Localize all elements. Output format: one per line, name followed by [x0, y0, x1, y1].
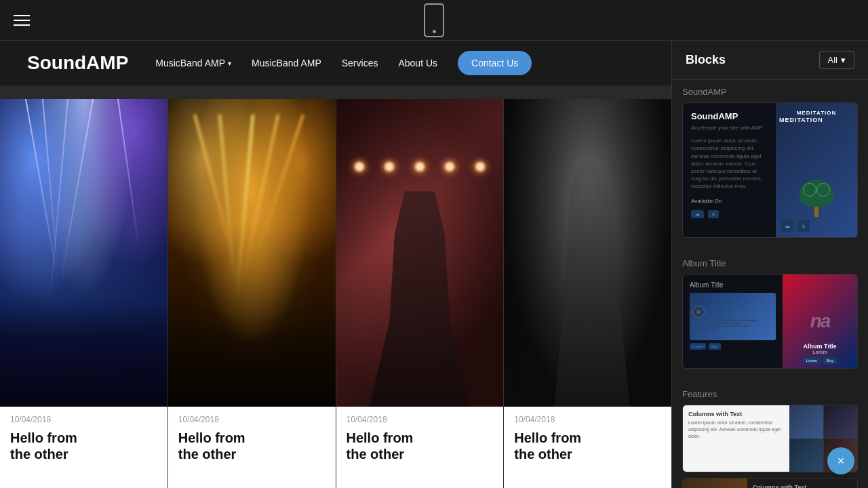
feature-img-3 [789, 439, 823, 472]
main-container: SoundAMP MusicBand AMP ▾ MusicBand AMP S… [0, 41, 868, 488]
panel-title: Blocks [686, 53, 726, 67]
blog-title-1: Hello fromthe other [10, 430, 157, 462]
soundamp-left: SoundAMP Accelerate your site with AMP L… [683, 103, 776, 237]
tree-visual [800, 180, 833, 220]
soundamp-right: MEDITATION ☁ a [776, 103, 857, 237]
nav-about[interactable]: About Us [398, 58, 437, 68]
close-fab-button[interactable]: × [827, 447, 854, 474]
soundamp-tagline: Accelerate your site with AMP [691, 124, 768, 131]
buy-btn[interactable]: Buy [823, 357, 837, 364]
top-bar [0, 0, 868, 41]
amazon-logo: a [708, 210, 719, 218]
all-filter-button[interactable]: All ▾ [819, 51, 854, 69]
blog-image-4 [504, 99, 671, 407]
blog-image-3 [336, 99, 504, 407]
soundamp-available: Available On [691, 197, 768, 205]
blog-card-3[interactable]: 10/04/2018 Hello fromthe other [336, 99, 505, 488]
hamburger-icon[interactable] [14, 15, 30, 26]
album-right: na Album Title Lorem Listen Buy [783, 274, 857, 368]
nav-services[interactable]: Services [342, 58, 378, 68]
contact-button[interactable]: Contact Us [458, 51, 532, 75]
album-buy-btn: Buy [709, 343, 721, 350]
blog-date-4: 10/04/2018 [514, 415, 661, 424]
blog-date-2: 10/04/2018 [178, 415, 326, 424]
album-section: Album Title Album Title [672, 251, 868, 382]
guitar-image-area [683, 479, 747, 488]
features-dark-title: Columns with Text [753, 484, 852, 488]
feature-img-2 [824, 405, 858, 439]
album-listen-btn: Listen [690, 343, 706, 350]
feature-img-1 [789, 405, 823, 439]
blog-date-1: 10/04/2018 [10, 415, 157, 424]
blog-title-2: Hello fromthe other [178, 430, 326, 462]
panel-header: Blocks All ▾ [672, 41, 868, 80]
site-header: SoundAMP MusicBand AMP ▾ MusicBand AMP S… [0, 41, 671, 85]
soundamp-body: Lorem ipsum dolor sit amet, consectetur … [691, 137, 768, 190]
soundamp-logos: ☁ a [691, 210, 768, 218]
soundamp-brand: SoundAMP [691, 111, 768, 121]
features-section-label: Features [682, 389, 858, 399]
soundcloud-logo: ☁ [691, 210, 704, 218]
blog-title-3: Hello fromthe other [347, 430, 494, 462]
features-title-1: Columns with Text [688, 411, 784, 418]
hero-band [0, 85, 671, 99]
blog-grid: 10/04/2018 Hello fromthe other 10/04/201… [0, 99, 671, 488]
phone-preview-icon[interactable] [424, 3, 444, 37]
bottom-links: ☁ a [781, 220, 810, 232]
blog-card-4[interactable]: 10/04/2018 Hello fromthe other [504, 99, 671, 488]
site-logo: SoundAMP [27, 52, 128, 74]
blog-image-2 [168, 99, 336, 407]
features-right-dark: Columns with Text Lorem ipsum dolor sit … [747, 479, 857, 488]
website-area: SoundAMP MusicBand AMP ▾ MusicBand AMP S… [0, 41, 671, 488]
album-buttons: Listen Buy [783, 357, 857, 364]
album-title-overlay: Album Title Lorem [783, 343, 857, 354]
album-right-text: na [810, 310, 830, 332]
album-info: Listen Buy [690, 343, 776, 350]
blog-content-2: 10/04/2018 Hello fromthe other [168, 407, 336, 488]
blog-card-1[interactable]: 10/04/2018 Hello fromthe other [0, 99, 168, 488]
soundamp-section: SoundAMP SoundAMP Accelerate your site w… [672, 80, 868, 251]
nav-musicband[interactable]: MusicBand AMP [252, 58, 321, 68]
album-block-card[interactable]: Album Title [682, 274, 858, 369]
features-body-1: Lorem ipsum dolor sit amet, consectetur … [688, 420, 784, 439]
soundamp-section-label: SoundAMP [682, 87, 858, 97]
soundcloud-link: ☁ [781, 220, 793, 232]
blog-content-1: 10/04/2018 Hello fromthe other [0, 407, 167, 488]
blog-image-1 [0, 99, 167, 407]
listen-btn[interactable]: Listen [803, 357, 821, 364]
album-section-label: Album Title [682, 258, 858, 268]
album-image [690, 293, 776, 340]
album-title-label: Album Title [690, 281, 776, 289]
blog-content-3: 10/04/2018 Hello fromthe other [336, 407, 504, 488]
blog-content-4: 10/04/2018 Hello fromthe other [504, 407, 671, 488]
right-panel: Blocks All ▾ SoundAMP SoundAMP Accelerat… [671, 41, 868, 488]
dropdown-arrow-icon: ▾ [841, 55, 846, 65]
blog-card-2[interactable]: 10/04/2018 Hello fromthe other [168, 99, 336, 488]
dropdown-arrow: ▾ [228, 60, 231, 67]
blog-title-4: Hello fromthe other [514, 430, 661, 462]
meditation-label: MEDITATION [779, 110, 854, 116]
site-nav: MusicBand AMP ▾ MusicBand AMP Services A… [155, 51, 644, 75]
features-left-1: Columns with Text Lorem ipsum dolor sit … [683, 405, 789, 472]
soundamp-block-card[interactable]: SoundAMP Accelerate your site with AMP L… [682, 102, 858, 238]
album-left: Album Title [683, 274, 783, 368]
features-block-card-2[interactable]: Columns with Text Lorem ipsum dolor sit … [682, 478, 858, 488]
blog-date-3: 10/04/2018 [347, 415, 494, 424]
amazon-link: a [797, 220, 810, 232]
nav-musicband-dropdown[interactable]: MusicBand AMP ▾ [155, 58, 231, 68]
